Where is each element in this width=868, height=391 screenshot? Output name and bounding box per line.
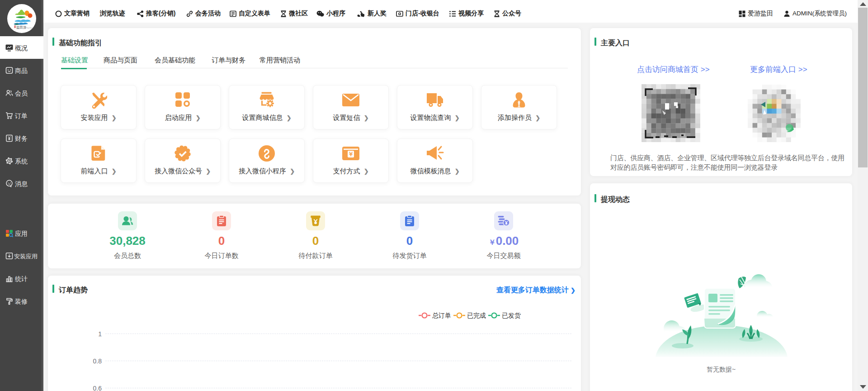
svg-text:盐田游: 盐田游 [16,25,27,29]
svg-text:YanTian: YanTian [27,27,33,29]
svg-text:￥: ￥ [348,151,354,157]
